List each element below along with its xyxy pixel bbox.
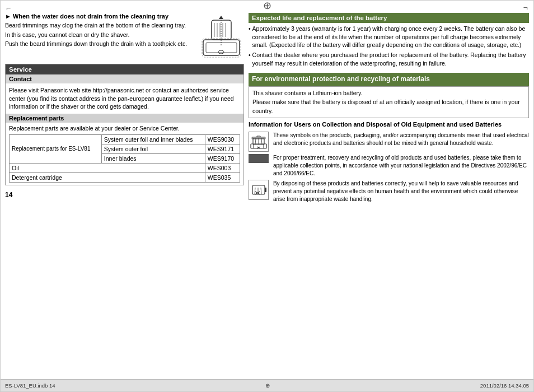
expected-life-section: Expected life and replacement of the bat… [249,13,529,69]
corner-tl-mark: ⌐ [6,3,11,12]
bullet-dot-1: • [249,25,251,49]
info-title: Information for Users on Collection and … [249,120,529,129]
water-drain-section: ► When the water does not drain from the… [5,13,244,60]
main-content: ► When the water does not drain from the… [1,11,533,379]
parts-row1-col3: WES9171 [205,144,240,153]
left-column: ► When the water does not drain from the… [5,13,244,377]
bullet-item-1: • Approximately 3 years (warranty is for… [249,25,529,49]
svg-line-18 [261,138,262,144]
parts-row0-col2: System outer foil and inner blades [101,134,205,144]
parts-table: Replacement parts for ES-LV81 System out… [9,134,240,183]
contact-text: Please visit Panasonic web site http://p… [6,83,243,114]
environmental-header: For environmental protection and recycli… [249,73,529,86]
parts-oil-label: Oil [10,163,205,172]
svg-point-2 [218,50,224,54]
table-row: Detergent cartridge WES035 [10,172,240,182]
battery-note-text: This shaver contains a Lithium-ion batte… [252,90,520,114]
info-row-3: By disposing of these products and batte… [249,180,529,203]
dark-bar-icon [249,154,269,163]
water-drain-line-2: In this case, you cannot clean or dry th… [5,31,196,39]
water-drain-text: ► When the water does not drain from the… [5,13,196,49]
page-number: 14 [5,191,244,199]
info-section: Information for Users on Collection and … [249,120,529,203]
water-drain-title: ► When the water does not drain from the… [5,13,196,20]
svg-rect-1 [206,43,237,53]
top-crosshair: ⊕ [263,0,271,12]
corner-tr-mark: ¬ [523,3,528,12]
service-header: Service [6,64,243,74]
parts-row1-col2: System outer foil [101,144,205,153]
table-row: Oil WES003 [10,163,240,172]
bottom-bar: ES-LV81_EU.indb 14 ⊕ 2011/02/16 14:34:05 [1,379,533,391]
bottom-crosshair: ⊕ [265,382,270,389]
service-section: Service Contact Please visit Panasonic w… [5,64,244,185]
bottom-right: 2011/02/16 14:34:05 [480,382,529,389]
weee-icon [249,132,269,152]
svg-line-29 [261,188,261,194]
shaver-illustration [200,15,242,59]
svg-rect-25 [252,185,265,194]
replacement-text: Replacement parts are available at your … [6,123,243,134]
icon-column-1 [249,132,270,152]
weee-svg [250,133,268,151]
table-row: Replacement parts for ES-LV81 System out… [10,134,240,144]
svg-rect-26 [265,188,266,192]
contact-header: Contact [6,74,243,83]
parts-detergent-label: Detergent cartridge [10,172,205,182]
bullet-dot-2: • [249,51,251,67]
water-drain-line-3: Push the beard trimmings down through th… [5,40,196,48]
environmental-section: For environmental protection and recycli… [249,73,529,205]
parts-row2-col2: Inner blades [101,153,205,163]
expected-life-header: Expected life and replacement of the bat… [249,13,529,23]
replacement-header: Replacement parts [6,114,243,123]
icon-column-2 [249,154,270,178]
battery-svg [250,181,268,199]
icon-column-3 [249,180,270,203]
bullet-item-2: • Contact the dealer where you purchased… [249,51,529,67]
svg-line-27 [255,188,255,194]
info-text-3: By disposing of these products and batte… [273,180,529,203]
parts-row0-col3: WES9030 [205,134,240,144]
right-column: Expected life and replacement of the bat… [249,13,529,377]
svg-marker-10 [219,16,223,19]
top-bar: ⌐ ⊕ ¬ [1,1,533,11]
expected-life-content: • Approximately 3 years (warranty is for… [249,25,529,67]
parts-oil-code: WES003 [205,163,240,172]
parts-es-label: Replacement parts for ES-LV81 [10,134,102,163]
info-row-1: These symbols on the products, packaging… [249,132,529,152]
page: ⌐ ⊕ ¬ ► When the water does not drain fr… [0,0,534,392]
battery-note: This shaver contains a Lithium-ion batte… [249,86,529,118]
info-row-2: For proper treatment, recovery and recyc… [249,154,529,178]
battery-icon [249,180,269,200]
bullet-text-1: Approximately 3 years (warranty is for 1… [252,25,529,49]
parts-row2-col3: WES9170 [205,153,240,163]
water-drain-line-1: Beard trimmings may clog the drain at th… [5,21,196,30]
info-text-1: These symbols on the products, packaging… [273,132,529,152]
shaver-image [199,13,244,60]
bottom-left: ES-LV81_EU.indb 14 [5,382,55,389]
parts-detergent-code: WES035 [205,172,240,182]
svg-line-16 [255,138,256,144]
bullet-text-2: Contact the dealer where you purchased t… [252,51,529,67]
info-text-2: For proper treatment, recovery and recyc… [273,154,529,178]
svg-rect-11 [202,39,241,57]
